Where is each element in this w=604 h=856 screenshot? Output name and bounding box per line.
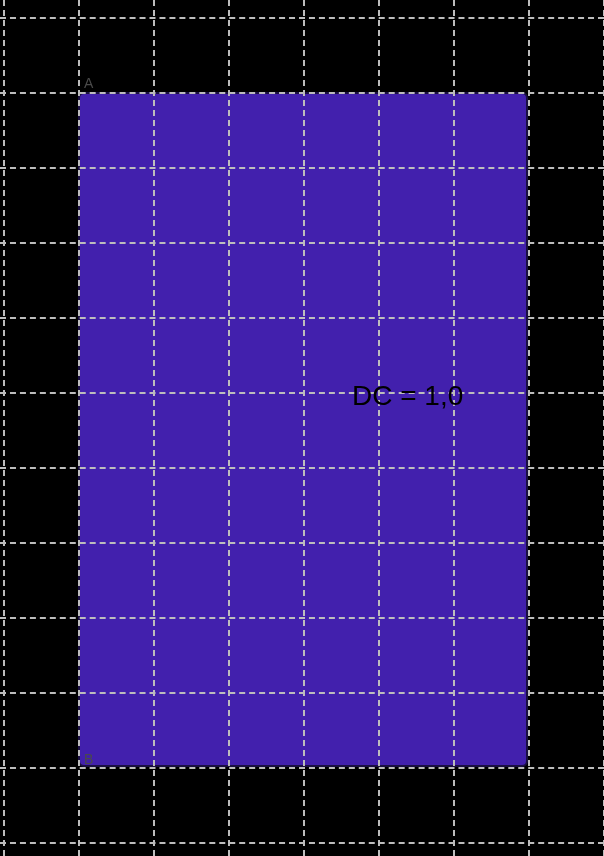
grid-v-5 <box>378 0 380 856</box>
diagram-stage: A B DC = 1,0 <box>0 0 604 856</box>
grid-v-7 <box>528 0 530 856</box>
grid-h-7 <box>0 542 604 544</box>
grid-h-6 <box>0 467 604 469</box>
grid-h-3 <box>0 242 604 244</box>
point-label-b: B <box>84 752 93 766</box>
grid-h-8 <box>0 617 604 619</box>
grid-h-2 <box>0 167 604 169</box>
point-label-a: A <box>84 76 93 90</box>
grid-h-1 <box>0 92 604 94</box>
grid-h-4 <box>0 317 604 319</box>
grid-v-2 <box>153 0 155 856</box>
grid-v-4 <box>303 0 305 856</box>
grid-h-5 <box>0 392 604 394</box>
grid-v-0 <box>3 0 5 856</box>
grid-h-9 <box>0 692 604 694</box>
grid-h-0 <box>0 17 604 19</box>
grid-v-6 <box>453 0 455 856</box>
grid-h-10 <box>0 767 604 769</box>
grid-v-1 <box>78 0 80 856</box>
grid-v-3 <box>228 0 230 856</box>
dc-annotation: DC = 1,0 <box>352 382 463 410</box>
grid-h-11 <box>0 842 604 844</box>
